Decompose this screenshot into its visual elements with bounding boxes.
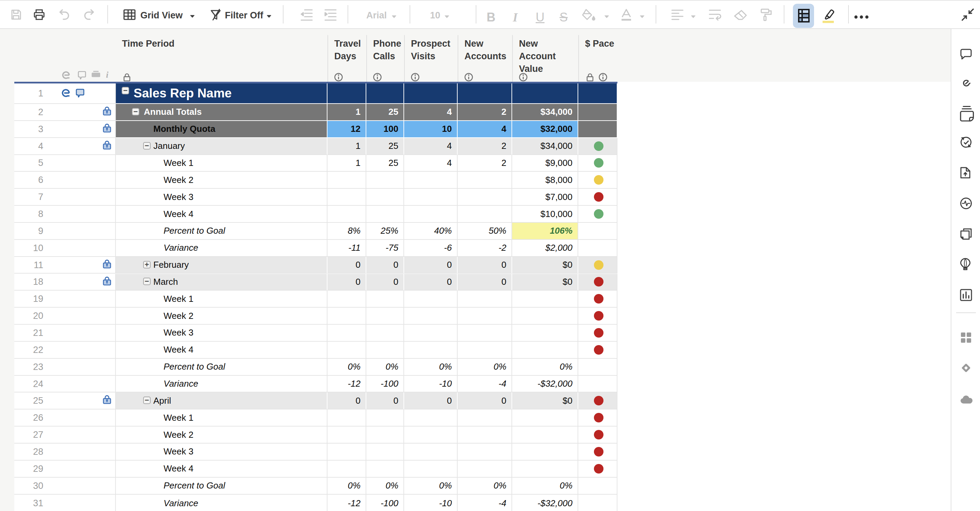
svg-text:i: i [106, 70, 109, 79]
